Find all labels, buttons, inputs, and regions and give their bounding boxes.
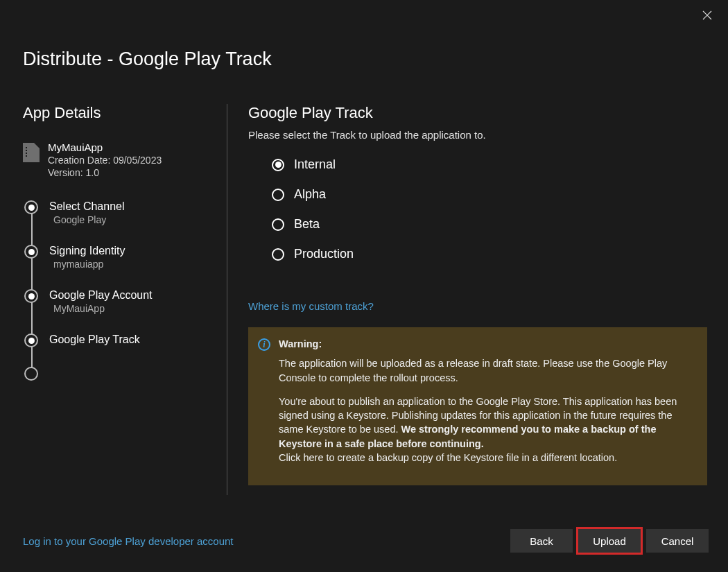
step-label: Select Channel <box>49 200 125 213</box>
radio-icon <box>272 248 284 261</box>
app-text-group: MyMauiApp Creation Date: 09/05/2023 Vers… <box>48 141 162 178</box>
left-panel: App Details MyMauiApp Creation Date: 09/… <box>0 104 227 495</box>
track-option[interactable]: Production <box>272 247 707 261</box>
track-option-label: Production <box>294 247 354 261</box>
radio-icon <box>272 218 284 231</box>
wizard-steps: Select ChannelGoogle PlaySigning Identit… <box>23 195 213 395</box>
step-dot-icon <box>24 245 38 259</box>
app-name: MyMauiApp <box>48 141 162 153</box>
step-texts: Select ChannelGoogle Play <box>49 200 125 225</box>
step-texts: Google Play AccountMyMauiApp <box>49 289 153 314</box>
distribute-dialog: Distribute - Google Play Track App Detai… <box>0 0 728 572</box>
app-summary: MyMauiApp Creation Date: 09/05/2023 Vers… <box>23 141 213 178</box>
wizard-step[interactable]: Google Play AccountMyMauiApp <box>23 284 213 328</box>
info-icon: i <box>258 338 270 351</box>
track-subtext: Please select the Track to upload the ap… <box>248 129 707 141</box>
step-dot-icon <box>24 289 38 303</box>
step-label: Google Play Account <box>49 289 153 302</box>
content-area: App Details MyMauiApp Creation Date: 09/… <box>0 104 728 495</box>
upload-button[interactable]: Upload <box>578 529 641 553</box>
track-option-label: Alpha <box>294 187 326 202</box>
step-sublabel: mymauiapp <box>49 259 125 270</box>
track-option[interactable]: Internal <box>272 157 707 172</box>
track-radio-group: InternalAlphaBetaProduction <box>248 157 707 261</box>
back-button[interactable]: Back <box>510 529 573 553</box>
step-dot-icon <box>24 200 38 214</box>
wizard-step[interactable]: Select ChannelGoogle Play <box>23 195 213 239</box>
app-details-heading: App Details <box>23 104 213 122</box>
warning-backup-link[interactable]: Click here to create a backup copy of th… <box>279 452 617 463</box>
step-texts: Signing Identitymymauiapp <box>49 245 125 270</box>
warning-paragraph-2: You're about to publish an application t… <box>279 395 695 465</box>
step-label: Google Play Track <box>49 333 140 346</box>
step-dot-icon <box>24 333 38 347</box>
track-option-label: Internal <box>294 157 336 172</box>
close-button[interactable] <box>699 8 716 25</box>
track-option[interactable]: Alpha <box>272 187 707 202</box>
package-icon <box>23 143 40 162</box>
step-sublabel: MyMauiApp <box>49 303 153 314</box>
warning-box: i Warning: The application will be uploa… <box>248 327 707 485</box>
login-link[interactable]: Log in to your Google Play developer acc… <box>23 535 234 547</box>
custom-track-link[interactable]: Where is my custom track? <box>248 300 374 312</box>
track-option-label: Beta <box>294 217 320 232</box>
radio-icon <box>272 159 284 171</box>
footer: Log in to your Google Play developer acc… <box>23 529 709 553</box>
radio-icon <box>272 189 284 201</box>
warning-paragraph-1: The application will be uploaded as a re… <box>279 356 695 385</box>
app-version: Version: 1.0 <box>48 167 162 178</box>
warning-title: Warning: <box>279 337 695 351</box>
app-creation-date: Creation Date: 09/05/2023 <box>48 155 162 166</box>
step-texts: Google Play Track <box>49 333 140 346</box>
track-heading: Google Play Track <box>248 104 707 122</box>
right-panel: Google Play Track Please select the Trac… <box>227 104 728 495</box>
step-sublabel: Google Play <box>49 214 125 225</box>
step-label: Signing Identity <box>49 245 125 257</box>
wizard-step[interactable] <box>23 361 213 395</box>
page-title: Distribute - Google Play Track <box>23 49 272 70</box>
track-option[interactable]: Beta <box>272 217 707 232</box>
warning-body: Warning: The application will be uploade… <box>279 337 695 474</box>
cancel-button[interactable]: Cancel <box>646 529 709 553</box>
close-icon <box>702 10 712 23</box>
footer-buttons: Back Upload Cancel <box>510 529 709 553</box>
wizard-step[interactable]: Signing Identitymymauiapp <box>23 239 213 284</box>
step-dot-icon <box>24 367 38 381</box>
wizard-step[interactable]: Google Play Track <box>23 328 213 361</box>
